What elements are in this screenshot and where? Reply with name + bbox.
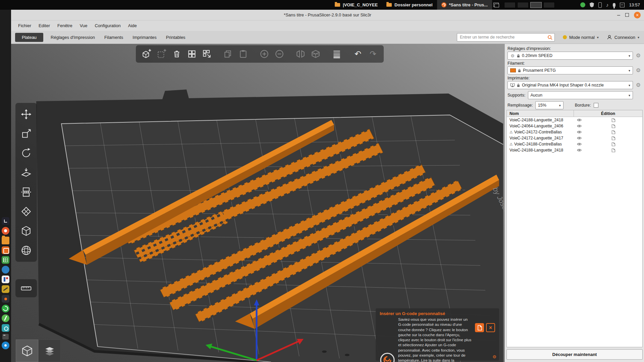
visibility-eye-icon[interactable]: [574, 124, 585, 128]
window-titlebar[interactable]: *Sans titre - PrusaSlicer-2.9.0 basé sur…: [11, 10, 644, 20]
visibility-eye-icon[interactable]: [574, 142, 585, 146]
visibility-eye-icon[interactable]: [574, 136, 585, 140]
dock-app-icon-2[interactable]: [2, 227, 9, 235]
paint-supports-tool[interactable]: [19, 204, 34, 219]
mmu-paint-tool[interactable]: [19, 243, 34, 258]
open-documentation-button[interactable]: [475, 323, 484, 332]
arrange-button[interactable]: [185, 47, 199, 61]
supports-select[interactable]: Aucun ▾: [528, 91, 633, 99]
scanner-icon[interactable]: [620, 3, 625, 7]
minimize-button[interactable]: –: [617, 12, 620, 18]
dock-app-icon-11[interactable]: [2, 314, 9, 322]
close-button[interactable]: ×: [634, 12, 641, 18]
dock-files-icon[interactable]: [2, 237, 9, 244]
object-row[interactable]: ⚠VoieC-24172-ContreBallas: [507, 129, 642, 135]
microphone-icon[interactable]: [613, 3, 615, 7]
edit-settings-icon[interactable]: [585, 124, 642, 128]
printer-gear-button[interactable]: ⚙: [635, 82, 641, 88]
dock-terminal-icon[interactable]: [2, 334, 9, 340]
taskbar-item-folder-2[interactable]: Dossier personnel: [382, 0, 437, 10]
object-row[interactable]: VoieC-24172-Languette_2417: [507, 135, 642, 141]
filament-gear-button[interactable]: ⚙: [635, 68, 641, 73]
search-input[interactable]: [459, 35, 546, 40]
delete-button[interactable]: [170, 47, 183, 61]
edit-settings-icon[interactable]: [585, 136, 642, 140]
print-settings-select[interactable]: ⚙ 0.20mm SPEED ▾: [507, 52, 633, 60]
dock-app-icon-4[interactable]: [2, 246, 9, 254]
arrange-bed-button[interactable]: [200, 47, 214, 61]
phone-icon[interactable]: [598, 2, 602, 8]
window-list-icon[interactable]: [493, 3, 499, 7]
workspace-4[interactable]: [543, 2, 555, 8]
printer-select[interactable]: Original Prusa MK4 Input Shaper 0.4 nozz…: [507, 81, 633, 89]
seam-tool[interactable]: [19, 224, 34, 238]
dismiss-notification-button[interactable]: ×: [486, 323, 495, 332]
dock-app-icon-7[interactable]: [2, 276, 9, 283]
object-row[interactable]: VoieC-24188-Languette_2418: [507, 117, 642, 123]
infill-select[interactable]: 15% ▾: [535, 101, 564, 109]
dock-spreadsheet-icon[interactable]: [2, 256, 9, 264]
object-row[interactable]: VoieC-24188-Languette_2418: [507, 147, 642, 153]
tab-plateau[interactable]: Plateau: [15, 33, 43, 42]
search-icon[interactable]: [547, 35, 552, 40]
visibility-eye-icon[interactable]: [574, 130, 585, 134]
workspace-1[interactable]: [504, 2, 516, 8]
workspace-2[interactable]: [517, 2, 529, 8]
editor-view-button[interactable]: [16, 340, 38, 362]
dock-editor-icon[interactable]: [2, 285, 9, 293]
dock-app-icon-12[interactable]: [2, 324, 9, 332]
undo-button[interactable]: ↶: [351, 47, 365, 61]
shield-icon[interactable]: [590, 2, 594, 7]
dock-app-icon-1[interactable]: [2, 217, 9, 225]
visibility-eye-icon[interactable]: [574, 118, 585, 122]
preview-view-button[interactable]: [38, 340, 61, 362]
workspace-3[interactable]: [530, 2, 542, 8]
tab-reglages-impression[interactable]: Réglages d'Impression: [46, 33, 100, 42]
rotate-tool[interactable]: [19, 146, 34, 161]
tab-printables[interactable]: Printables: [161, 33, 190, 42]
scale-tool[interactable]: [19, 126, 34, 141]
slice-now-button[interactable]: Découper maintenant: [506, 349, 643, 360]
add-modifier-button[interactable]: [155, 47, 168, 61]
object-row[interactable]: ⚠VoieC-24188-ContreBallas: [507, 141, 642, 147]
split-objects-button[interactable]: [294, 47, 307, 61]
dock-app-icon-6[interactable]: [2, 266, 9, 274]
menu-aide[interactable]: Aide: [124, 21, 141, 30]
dock-app-icon-9[interactable]: [2, 295, 9, 303]
print-settings-gear-button[interactable]: ⚙: [635, 53, 641, 58]
copy-button[interactable]: [221, 47, 235, 61]
edit-settings-icon[interactable]: [585, 148, 642, 153]
dock-chat-icon[interactable]: [2, 342, 9, 349]
brim-checkbox[interactable]: [594, 103, 598, 108]
add-instance-button[interactable]: [258, 47, 271, 61]
split-parts-button[interactable]: [309, 47, 322, 61]
music-icon[interactable]: ♪: [606, 2, 609, 7]
notification-settings-icon[interactable]: ⚙: [492, 354, 496, 359]
maximize-button[interactable]: [625, 13, 629, 17]
menu-fenetre[interactable]: Fenêtre: [54, 21, 76, 30]
add-object-button[interactable]: [140, 47, 153, 61]
edit-settings-icon[interactable]: [585, 130, 642, 134]
3d-viewport[interactable]: by Josef: [11, 44, 504, 362]
object-row[interactable]: VoieC-24064-Languette_2406: [507, 123, 642, 129]
menu-fichier[interactable]: Fichier: [14, 21, 35, 30]
taskbar-item-folder-1[interactable]: |VOIE_C_NOYEE: [330, 0, 382, 10]
menu-editer[interactable]: Editer: [35, 21, 54, 30]
cut-tool[interactable]: [19, 185, 34, 199]
remove-instance-button[interactable]: [273, 47, 286, 61]
login-button[interactable]: Connexion ▾: [607, 35, 639, 40]
visibility-eye-icon[interactable]: [574, 148, 585, 152]
edit-settings-icon[interactable]: [585, 142, 642, 146]
variable-layer-height-button[interactable]: [330, 47, 343, 61]
measure-tool[interactable]: [19, 282, 33, 295]
place-on-face-tool[interactable]: [19, 165, 34, 180]
taskbar-item-prusaslicer[interactable]: *Sans titre - Prus...: [437, 0, 492, 10]
move-tool[interactable]: [19, 107, 34, 122]
edit-settings-icon[interactable]: [585, 118, 642, 122]
menu-vue[interactable]: Vue: [76, 21, 91, 30]
mode-selector[interactable]: Mode normal ▾: [563, 35, 599, 40]
menu-configuration[interactable]: Configuration: [91, 21, 124, 30]
redo-button[interactable]: ↷: [366, 47, 380, 61]
network-status-icon[interactable]: [580, 2, 585, 7]
paste-button[interactable]: [236, 47, 250, 61]
